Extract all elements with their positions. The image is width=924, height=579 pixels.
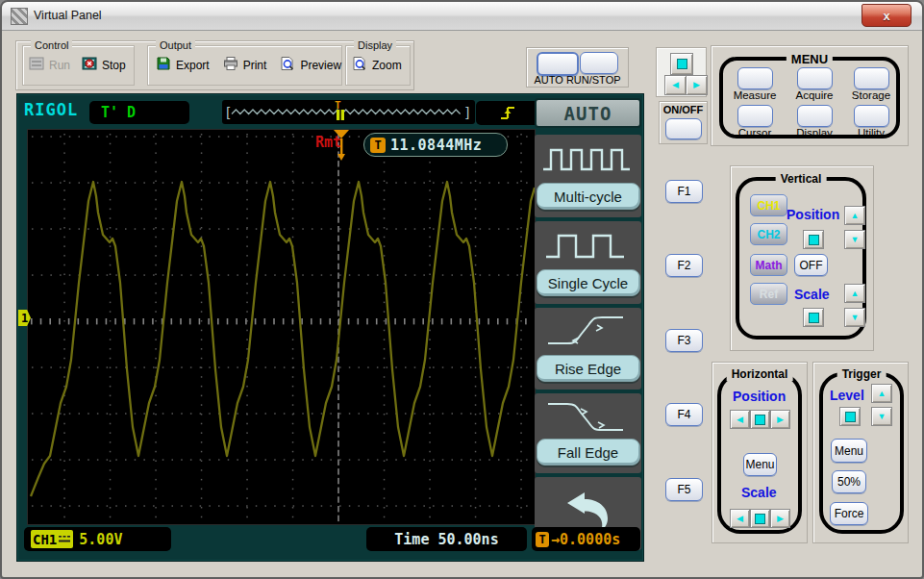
trigger-level-label: Level — [830, 388, 864, 403]
memory-position-bar[interactable]: [ ] T — [222, 100, 475, 124]
f4-button[interactable]: F4 — [665, 403, 703, 426]
menu-acquire-button[interactable] — [797, 67, 833, 89]
horizontal-title: Horizontal — [727, 367, 793, 381]
soft-menu-header[interactable]: AUTO — [535, 98, 641, 128]
svg-text:]: ] — [463, 105, 471, 120]
close-button[interactable]: x — [862, 4, 912, 27]
auto-runstop-label: AUTO RUN/STOP — [527, 74, 628, 86]
vertical-scale-set-button[interactable] — [803, 308, 824, 327]
soft-menu-item-multicycle[interactable]: Multi-cycle — [535, 135, 641, 217]
nav-left-button[interactable]: ◀ — [664, 75, 687, 95]
ch1-button[interactable]: CH1 — [750, 194, 787, 216]
horizontal-menu-button[interactable]: Menu — [743, 453, 777, 476]
horizontal-position-left-button[interactable]: ◀ — [730, 410, 750, 429]
stop-button[interactable]: Stop — [82, 56, 126, 74]
trigger-level-set-button[interactable] — [839, 407, 861, 426]
stop-label: Stop — [102, 59, 126, 72]
menu-measure-button[interactable] — [737, 67, 773, 89]
zoom-magnifier-icon — [352, 56, 367, 74]
trigger-status-box: T' D — [89, 101, 189, 124]
nav-select-button[interactable] — [670, 53, 693, 75]
remote-indicator: Rmt — [315, 134, 341, 151]
close-icon: x — [883, 10, 889, 22]
ref-button[interactable]: Ref — [750, 283, 787, 305]
horizontal-position-set-button[interactable] — [750, 410, 770, 429]
horizontal-scale-label: Scale — [741, 485, 777, 500]
soft-menu-item-falledge[interactable]: Fall Edge — [535, 393, 641, 473]
display-group: Display Zoom — [345, 45, 411, 86]
frequency-value: 11.0844MHz — [390, 137, 482, 154]
run-icon — [29, 56, 44, 74]
horizontal-scale-left-button[interactable]: ◀ — [730, 509, 750, 528]
onoff-box: ON/OFF — [659, 101, 708, 144]
up-arrow-icon: ▲ — [851, 212, 860, 220]
trigger-border: Trigger Level ▲ ▼ Menu 50% Force — [819, 372, 904, 534]
menu-cursor-button[interactable] — [737, 105, 773, 127]
export-button[interactable]: Export — [156, 56, 210, 74]
run-label: Run — [49, 59, 70, 72]
toolbar: Control Run Stop Output Export — [15, 40, 414, 90]
zoom-button[interactable]: Zoom — [352, 56, 402, 74]
f1-button[interactable]: F1 — [665, 180, 703, 203]
single-cycle-button[interactable]: Single Cycle — [537, 269, 640, 296]
vertical-border: Vertical CH1 CH2 Math Ref Position ▲ ▼ O… — [736, 177, 866, 340]
vertical-scale-down-button[interactable]: ▼ — [844, 308, 865, 327]
menu-display-button[interactable] — [797, 105, 833, 127]
vertical-scale-up-button[interactable]: ▲ — [844, 284, 865, 303]
nav-right-button[interactable]: ▶ — [686, 75, 708, 95]
ch2-button[interactable]: CH2 — [750, 223, 787, 245]
multi-cycle-icon — [535, 135, 641, 183]
horizontal-scale-right-button[interactable]: ▶ — [770, 509, 790, 528]
run-button[interactable]: Run — [29, 56, 70, 74]
square-icon — [755, 415, 765, 425]
trigger-level-up-button[interactable]: ▲ — [871, 384, 892, 403]
horizontal-position-right-button[interactable]: ▶ — [770, 410, 790, 429]
vertical-title: Vertical — [776, 172, 827, 186]
floppy-icon — [156, 56, 171, 74]
preview-button[interactable]: Preview — [280, 56, 341, 74]
trigger-level-down-button[interactable]: ▼ — [871, 407, 892, 426]
soft-menu-item-riseedge[interactable]: Rise Edge — [535, 308, 641, 390]
square-icon — [755, 514, 765, 524]
control-group-label: Control — [31, 39, 72, 51]
rise-edge-button[interactable]: Rise Edge — [537, 355, 640, 382]
vertical-position-down-button[interactable]: ▼ — [844, 230, 865, 249]
up-arrow-icon: ▲ — [851, 290, 860, 298]
off-button[interactable]: OFF — [794, 254, 828, 276]
soft-menu-item-singlecycle[interactable]: Single Cycle — [535, 221, 641, 304]
right-arrow-icon: ▶ — [693, 81, 700, 89]
runstop-button[interactable] — [580, 52, 618, 74]
f3-button[interactable]: F3 — [665, 329, 703, 352]
down-arrow-icon: ▼ — [851, 236, 860, 244]
f2-button[interactable]: F2 — [665, 254, 703, 277]
right-arrow-icon: ▶ — [777, 415, 784, 424]
multi-cycle-button[interactable]: Multi-cycle — [537, 183, 640, 210]
f5-button[interactable]: F5 — [665, 478, 703, 501]
trigger-force-button[interactable]: Force — [830, 502, 868, 525]
titlebar[interactable]: Virtual Panel x — [2, 2, 922, 31]
vertical-position-up-button[interactable]: ▲ — [844, 206, 865, 225]
horizontal-scale-set-button[interactable] — [750, 509, 770, 528]
auto-runstop-box: AUTO RUN/STOP — [526, 47, 629, 88]
menu-utility-button[interactable] — [854, 105, 889, 127]
ch1-badge: CH1 — [31, 530, 73, 548]
menu-storage-label: Storage — [837, 89, 905, 101]
print-button[interactable]: Print — [223, 56, 267, 74]
preview-label: Preview — [300, 59, 341, 72]
menu-storage-button[interactable] — [854, 67, 889, 89]
trigger-offset-box: T →0.0000s — [532, 527, 640, 551]
memory-waveform-icon: [ ] T — [222, 100, 475, 124]
onoff-button[interactable] — [665, 118, 702, 139]
nav-pad: ◀ ▶ — [656, 47, 707, 97]
up-arrow-icon: ▲ — [878, 390, 887, 398]
edge-trigger-icon — [501, 108, 514, 118]
left-arrow-icon: ◀ — [672, 81, 679, 89]
fall-edge-button[interactable]: Fall Edge — [537, 439, 640, 466]
math-button[interactable]: Math — [750, 254, 787, 276]
down-arrow-icon: ▼ — [878, 413, 887, 421]
trigger-50-button[interactable]: 50% — [832, 470, 866, 493]
auto-button[interactable] — [537, 52, 579, 76]
printer-icon — [223, 56, 238, 74]
vertical-position-set-button[interactable] — [803, 230, 824, 249]
trigger-menu-button[interactable]: Menu — [831, 439, 867, 463]
